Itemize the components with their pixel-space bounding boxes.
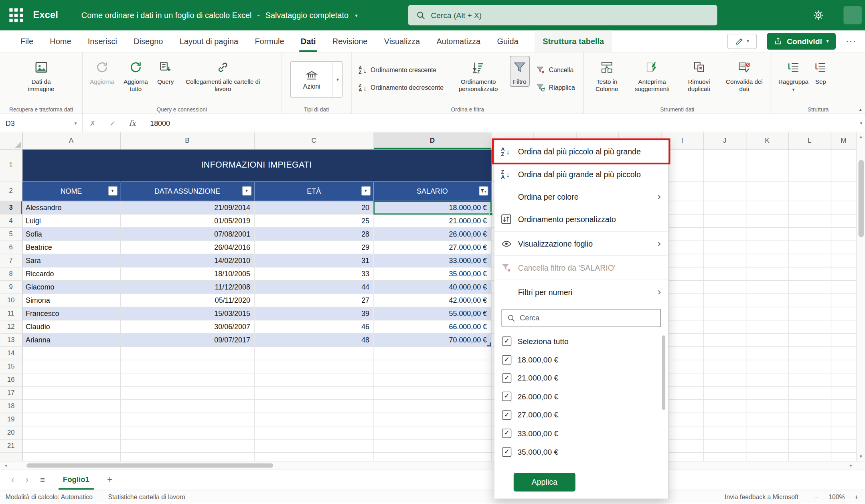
cell-K10[interactable] bbox=[746, 293, 788, 307]
cell-J15[interactable] bbox=[703, 360, 746, 373]
riapplica-filtro-button[interactable]: Riapplica bbox=[534, 82, 577, 93]
cell-J11[interactable] bbox=[703, 307, 746, 320]
cell-M7[interactable] bbox=[831, 254, 856, 267]
save-status[interactable]: Salvataggio completato bbox=[265, 11, 348, 20]
cell-B5[interactable]: 07/08/2001 bbox=[120, 227, 254, 241]
ordinamento-decrescente-button[interactable]: ZA↓ Ordinamento decrescente bbox=[357, 82, 446, 93]
cell-A17[interactable] bbox=[22, 386, 120, 399]
cell-L4[interactable] bbox=[788, 214, 831, 227]
cell-J6[interactable] bbox=[703, 241, 746, 254]
cell-C17[interactable] bbox=[254, 386, 373, 399]
table-header-DATA ASSUNZIONE[interactable]: DATA ASSUNZIONE▾ bbox=[120, 181, 254, 201]
cell-C18[interactable] bbox=[254, 399, 373, 413]
cell-A13[interactable]: Arianna bbox=[22, 333, 120, 346]
send-feedback-link[interactable]: Invia feedback a Microsoft bbox=[725, 494, 798, 500]
raggruppa-button[interactable]: Raggruppa ▾ bbox=[776, 56, 811, 93]
row-header-4[interactable]: 4 bbox=[0, 214, 22, 227]
cell-J12[interactable] bbox=[703, 320, 746, 333]
cell-C20[interactable] bbox=[254, 426, 373, 439]
cell-A19[interactable] bbox=[22, 413, 120, 426]
next-sheet-icon[interactable]: › bbox=[20, 475, 34, 485]
cell-M3[interactable] bbox=[831, 201, 856, 214]
cell-C5[interactable]: 28 bbox=[254, 227, 373, 241]
cell-A8[interactable]: Riccardo bbox=[22, 267, 120, 280]
tab-home[interactable]: Home bbox=[42, 30, 79, 52]
row-header-6[interactable]: 6 bbox=[0, 241, 22, 254]
cell-M15[interactable] bbox=[831, 360, 856, 373]
tab-formule[interactable]: Formule bbox=[247, 30, 292, 52]
azioni-dropdown-button[interactable]: ▾ bbox=[333, 62, 342, 97]
row-header-8[interactable]: 8 bbox=[0, 267, 22, 280]
tab-dati-active[interactable]: Dati bbox=[292, 30, 324, 52]
cell-L21[interactable] bbox=[788, 439, 831, 452]
cell-A6[interactable]: Beatrice bbox=[22, 241, 120, 254]
document-title[interactable]: Come ordinare i dati in un foglio di cal… bbox=[81, 11, 252, 20]
cell-L2[interactable] bbox=[788, 181, 831, 201]
row-header-15[interactable]: 15 bbox=[0, 360, 22, 373]
cell-B11[interactable]: 15/03/2015 bbox=[120, 307, 254, 320]
cell-D18[interactable] bbox=[373, 399, 491, 413]
cell-K3[interactable] bbox=[746, 201, 788, 214]
cell-A11[interactable]: Francesco bbox=[22, 307, 120, 320]
cell-M20[interactable] bbox=[831, 426, 856, 439]
cell-K6[interactable] bbox=[746, 241, 788, 254]
cell-M14[interactable] bbox=[831, 346, 856, 360]
cell-J5[interactable] bbox=[703, 227, 746, 241]
cell-M4[interactable] bbox=[831, 214, 856, 227]
azioni-button[interactable]: Azioni bbox=[291, 62, 333, 97]
cell-L6[interactable] bbox=[788, 241, 831, 254]
ribbon-more-options-icon[interactable]: ··· bbox=[843, 36, 860, 46]
cell-L9[interactable] bbox=[788, 280, 831, 293]
row-header-17[interactable]: 17 bbox=[0, 386, 22, 399]
filter-checkbox-value-4[interactable]: ✓27.000,00 € bbox=[494, 406, 668, 424]
cell-J19[interactable] bbox=[703, 413, 746, 426]
table-header-ETÀ[interactable]: ETÀ▾ bbox=[254, 181, 373, 201]
cell-L12[interactable] bbox=[788, 320, 831, 333]
cell-K12[interactable] bbox=[746, 320, 788, 333]
cell-D17[interactable] bbox=[373, 386, 491, 399]
cancella-filtro-button[interactable]: Cancella bbox=[534, 65, 577, 76]
cell-D3[interactable]: 18.000,00 € bbox=[373, 201, 491, 214]
row-header-11[interactable]: 11 bbox=[0, 307, 22, 320]
cell-B9[interactable]: 11/12/2008 bbox=[120, 280, 254, 293]
row-header-5[interactable]: 5 bbox=[0, 227, 22, 241]
filter-search-input[interactable]: Cerca bbox=[502, 309, 661, 327]
cell-L5[interactable] bbox=[788, 227, 831, 241]
row-header-16[interactable]: 16 bbox=[0, 373, 22, 386]
cell-M10[interactable] bbox=[831, 293, 856, 307]
cell-C16[interactable] bbox=[254, 373, 373, 386]
column-header-J[interactable]: J bbox=[703, 132, 746, 149]
column-header-K[interactable]: K bbox=[746, 132, 788, 149]
filter-checkbox-value-3[interactable]: ✓26.000,00 € bbox=[494, 387, 668, 406]
cell-B22[interactable] bbox=[120, 452, 254, 461]
cell-J10[interactable] bbox=[703, 293, 746, 307]
previous-sheet-icon[interactable]: ‹ bbox=[6, 475, 20, 485]
cell-C8[interactable]: 33 bbox=[254, 267, 373, 280]
cell-D5[interactable]: 26.000,00 € bbox=[373, 227, 491, 241]
cell-K11[interactable] bbox=[746, 307, 788, 320]
table-header-NOME[interactable]: NOME▾ bbox=[22, 181, 120, 201]
cell-B10[interactable]: 05/11/2020 bbox=[120, 293, 254, 307]
rimuovi-duplicati-button[interactable]: Rimuovi duplicati bbox=[679, 56, 719, 94]
collapse-ribbon-icon[interactable]: ▴ bbox=[859, 107, 862, 112]
cell-B19[interactable] bbox=[120, 413, 254, 426]
settings-gear-icon[interactable] bbox=[812, 9, 824, 21]
cell-B4[interactable]: 01/05/2019 bbox=[120, 214, 254, 227]
cell-A7[interactable]: Sara bbox=[22, 254, 120, 267]
column-header-M[interactable]: M bbox=[831, 132, 856, 149]
cell-M16[interactable] bbox=[831, 373, 856, 386]
formula-input[interactable]: 18000 bbox=[150, 119, 865, 127]
chevron-down-icon[interactable]: ▾ bbox=[355, 12, 358, 18]
cell-D21[interactable] bbox=[373, 439, 491, 452]
account-avatar[interactable] bbox=[843, 6, 861, 24]
menu-number-filters[interactable]: Filtri per numeri › bbox=[494, 281, 668, 303]
cell-L22[interactable] bbox=[788, 452, 831, 461]
cell-B15[interactable] bbox=[120, 360, 254, 373]
cell-J20[interactable] bbox=[703, 426, 746, 439]
cell-B6[interactable]: 26/04/2016 bbox=[120, 241, 254, 254]
cell-A12[interactable]: Claudio bbox=[22, 320, 120, 333]
cell-L17[interactable] bbox=[788, 386, 831, 399]
cell-B16[interactable] bbox=[120, 373, 254, 386]
zoom-in-button[interactable]: + bbox=[855, 494, 858, 500]
tab-struttura-tabella-contextual[interactable]: Struttura tabella bbox=[535, 30, 612, 52]
